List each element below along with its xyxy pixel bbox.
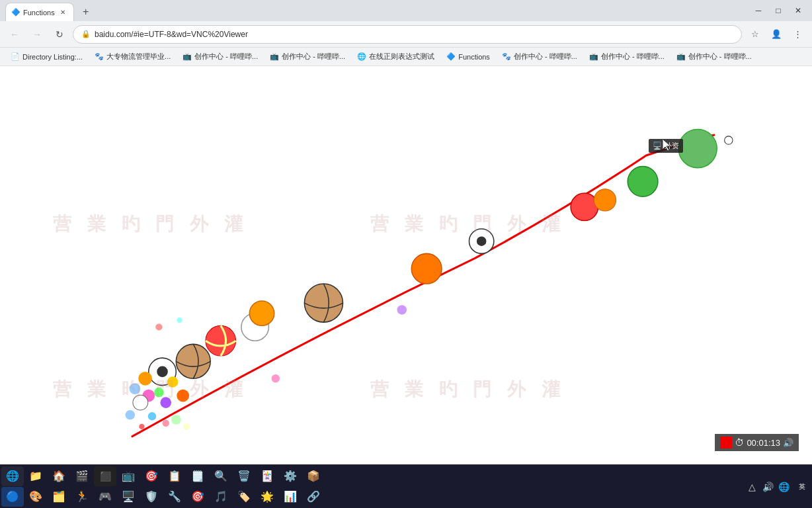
ball-tiny-4: [183, 423, 190, 430]
taskbar-icon-b12[interactable]: 🌟: [256, 487, 278, 507]
taskbar-icon-b5[interactable]: 🎮: [94, 487, 116, 507]
overlay-tooltip: 🖥️ 外资: [649, 139, 683, 153]
minimize-button[interactable]: ─: [750, 2, 767, 19]
address-bar: ← → ↻ 🔒 baidu.com/#ie=UTF-8&wd=VNC%20Vie…: [0, 21, 812, 48]
ball-tiny-2: [163, 420, 169, 427]
taskbar-icon-package[interactable]: 📦: [302, 466, 325, 486]
ball-yellow-small: [167, 376, 179, 388]
taskbar-icon-note[interactable]: 🗒️: [186, 466, 209, 486]
ball-tiny-5: [139, 424, 144, 429]
bookmark-icon-8: 📺: [676, 52, 686, 62]
menu-button[interactable]: ⋮: [788, 25, 807, 44]
taskbar-icon-b1[interactable]: 🔵: [1, 487, 24, 507]
taskbar: 🌐 📁 🏠 🎬 ⬛ 📺 🎯 📋 🗒️ 🔍 🗑️ 🃏 ⚙️ 📦 🔵 🎨 🗂️: [0, 464, 812, 508]
taskbar-icon-b3[interactable]: 🗂️: [48, 487, 70, 507]
ball-traj-basketball: [304, 284, 343, 322]
taskbar-icon-b6[interactable]: 🖥️: [117, 487, 140, 507]
bookmark-icon-4: 🌐: [357, 52, 366, 62]
active-tab[interactable]: 🔷 Functions ✕: [5, 3, 74, 21]
taskbar-icon-search[interactable]: 🔍: [210, 466, 232, 486]
tray-icon-volume[interactable]: 🔊: [760, 480, 775, 494]
close-button[interactable]: ✕: [790, 2, 807, 19]
bookmark-5[interactable]: 🔷 Functions: [441, 50, 495, 64]
refresh-button[interactable]: ↻: [50, 25, 69, 44]
lock-icon: 🔒: [81, 30, 91, 38]
ball-traj-4: [594, 189, 616, 211]
taskbar-icon-gear[interactable]: ⚙️: [279, 466, 302, 486]
game-svg: [0, 66, 812, 464]
ball-purple-small: [160, 397, 171, 408]
taskbar-icon-folder[interactable]: 📁: [24, 466, 47, 486]
clock-area[interactable]: 英: [793, 482, 811, 491]
bookmark-label-5: Functions: [458, 53, 490, 61]
maximize-button[interactable]: □: [770, 2, 787, 19]
browser-frame: 🔷 Functions ✕ + ─ □ ✕ ← → ↻ 🔒 baidu.com/…: [0, 0, 812, 508]
taskbar-icon-video[interactable]: 🎬: [71, 466, 93, 486]
taskbar-icon-target[interactable]: 🎯: [140, 466, 163, 486]
bookmark-icon-2: 📺: [183, 52, 192, 62]
tab-close-button[interactable]: ✕: [58, 7, 68, 18]
tray-icon-arrow[interactable]: △: [745, 480, 759, 494]
bookmark-7[interactable]: 📺 创作中心 - 哔哩哔...: [584, 50, 670, 64]
new-tab-button[interactable]: +: [77, 3, 95, 21]
taskbar-icon-start[interactable]: 🌐: [1, 466, 24, 486]
tray-icon-network[interactable]: 🌐: [776, 480, 791, 494]
url-text: baidu.com/#ie=UTF-8&wd=VNC%20Viewer: [95, 30, 733, 39]
volume-icon: 🔊: [783, 438, 793, 448]
bookmark-label-2: 创作中心 - 哔哩哔...: [194, 52, 258, 62]
bookmark-4[interactable]: 🌐 在线正则表达式测试: [352, 50, 440, 64]
taskbar-icon-home[interactable]: 🏠: [48, 466, 70, 486]
tab-label: Functions: [23, 9, 55, 17]
record-indicator: [720, 437, 732, 448]
taskbar-icon-b8[interactable]: 🔧: [163, 487, 186, 507]
bookmark-2[interactable]: 📺 创作中心 - 哔哩哔...: [177, 50, 263, 64]
ball-soccer-center: [157, 366, 168, 378]
forward-button[interactable]: →: [28, 25, 46, 44]
bookmark-star-button[interactable]: ☆: [746, 25, 764, 44]
taskbar-icon-black[interactable]: ⬛: [94, 466, 116, 486]
taskbar-icon-b14[interactable]: 🔗: [302, 487, 325, 507]
tab-favicon: 🔷: [11, 8, 20, 17]
bookmarks-bar: 📄 Directory Listing:... 🐾 大专物流管理毕业... 📺 …: [0, 48, 812, 66]
dot-2: [397, 305, 407, 315]
title-bar: 🔷 Functions ✕ + ─ □ ✕: [0, 0, 812, 21]
bookmark-6[interactable]: 🐾 创作中心 - 哔哩哔...: [497, 50, 583, 64]
taskbar-icon-b11[interactable]: 🏷️: [233, 487, 255, 507]
bookmark-0[interactable]: 📄 Directory Listing:...: [5, 50, 88, 64]
bookmark-3[interactable]: 📺 创作中心 - 哔哩哔...: [264, 50, 350, 64]
ball-orange-small: [138, 372, 152, 386]
taskbar-icon-b7[interactable]: 🛡️: [140, 487, 163, 507]
ball-tiny-3: [171, 415, 181, 425]
bookmark-label-1: 大专物流管理毕业...: [106, 52, 171, 62]
ball-blue-small: [130, 384, 141, 395]
url-bar[interactable]: 🔒 baidu.com/#ie=UTF-8&wd=VNC%20Viewer: [73, 25, 742, 44]
bookmark-1[interactable]: 🐾 大专物流管理毕业...: [89, 50, 176, 64]
ball-traj-5: [628, 167, 658, 197]
bookmark-8[interactable]: 📺 创作中心 - 哔哩哔...: [671, 50, 757, 64]
bookmark-label-3: 创作中心 - 哔哩哔...: [282, 52, 345, 62]
taskbar-icon-clipboard[interactable]: 📋: [163, 466, 186, 486]
bookmark-icon-3: 📺: [270, 52, 279, 62]
profile-button[interactable]: 👤: [767, 25, 786, 44]
ball-beach: [206, 325, 236, 356]
ball-orange2-small: [177, 390, 189, 402]
taskbar-icon-b4[interactable]: 🏃: [71, 487, 93, 507]
back-button[interactable]: ←: [5, 25, 24, 44]
bookmark-icon-6: 🐾: [502, 52, 511, 62]
taskbar-icon-b13[interactable]: 📊: [279, 487, 302, 507]
taskbar-icon-b10[interactable]: 🎵: [210, 487, 232, 507]
taskbar-icon-tv[interactable]: 📺: [117, 466, 140, 486]
system-tray: △ 🔊 🌐 英: [745, 480, 811, 494]
address-actions: ☆ 👤 ⋮: [746, 25, 807, 44]
taskbar-icon-trash[interactable]: 🗑️: [233, 466, 255, 486]
tooltip-icon1: 🖥️: [653, 142, 662, 150]
taskbar-icon-b9[interactable]: 🎯: [186, 487, 209, 507]
tray-icons: △ 🔊 🌐: [745, 480, 791, 494]
ball-basketball: [176, 344, 210, 378]
bookmark-icon-1: 🐾: [95, 52, 104, 62]
tooltip-text: 外资: [665, 141, 679, 151]
ball-tiny-1: [148, 412, 156, 420]
taskbar-icon-card[interactable]: 🃏: [256, 466, 278, 486]
taskbar-icon-b2[interactable]: 🎨: [24, 487, 47, 507]
cursor-ball: [725, 136, 733, 144]
